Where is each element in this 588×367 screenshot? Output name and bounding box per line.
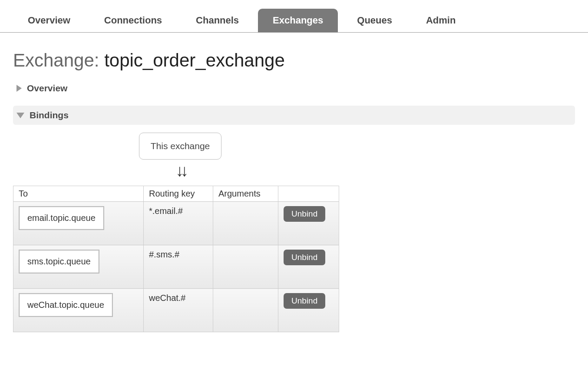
tab-overview[interactable]: Overview bbox=[13, 9, 85, 32]
unbind-button[interactable]: Unbind bbox=[284, 293, 325, 309]
tab-admin[interactable]: Admin bbox=[411, 9, 470, 32]
bindings-body: This exchange ↓↓ To Routing key Argument… bbox=[13, 125, 575, 332]
down-arrows-icon: ↓↓ bbox=[13, 162, 347, 179]
exchange-name: topic_order_exchange bbox=[104, 50, 285, 70]
page-title: Exchange: topic_order_exchange bbox=[13, 50, 575, 71]
col-routing-key: Routing key bbox=[144, 186, 213, 202]
bindings-diagram: This exchange ↓↓ bbox=[13, 133, 347, 179]
bindings-table-head: To Routing key Arguments bbox=[13, 186, 339, 202]
routing-key-cell: #.sms.# bbox=[144, 245, 213, 289]
tab-connections[interactable]: Connections bbox=[89, 9, 177, 32]
bindings-table: To Routing key Arguments email.topic.que… bbox=[13, 186, 339, 332]
page-title-prefix: Exchange: bbox=[13, 50, 99, 70]
section-bindings-label: Bindings bbox=[30, 110, 69, 120]
routing-key-cell: weChat.# bbox=[144, 289, 213, 332]
tab-channels[interactable]: Channels bbox=[181, 9, 254, 32]
chevron-right-icon bbox=[17, 85, 22, 92]
section-bindings-header[interactable]: Bindings bbox=[13, 106, 575, 125]
unbind-button[interactable]: Unbind bbox=[284, 250, 325, 265]
section-bindings: Bindings This exchange ↓↓ To Routing key… bbox=[13, 106, 575, 332]
queue-link[interactable]: email.topic.queue bbox=[19, 206, 104, 230]
routing-key-cell: *.email.# bbox=[144, 202, 213, 245]
this-exchange-box: This exchange bbox=[139, 133, 222, 160]
tab-queues[interactable]: Queues bbox=[342, 9, 407, 32]
table-row: email.topic.queue *.email.# Unbind bbox=[13, 202, 339, 245]
section-overview-header[interactable]: Overview bbox=[13, 79, 575, 98]
page-root: Overview Connections Channels Exchanges … bbox=[0, 0, 588, 350]
arguments-cell bbox=[213, 245, 278, 289]
col-actions bbox=[278, 186, 339, 202]
queue-link[interactable]: sms.topic.queue bbox=[19, 250, 99, 274]
main-tabs: Overview Connections Channels Exchanges … bbox=[0, 0, 588, 33]
table-row: sms.topic.queue #.sms.# Unbind bbox=[13, 245, 339, 289]
arguments-cell bbox=[213, 202, 278, 245]
queue-link[interactable]: weChat.topic.queue bbox=[19, 293, 113, 317]
content-area: Exchange: topic_order_exchange Overview … bbox=[0, 33, 588, 350]
col-arguments: Arguments bbox=[213, 186, 278, 202]
section-overview: Overview bbox=[13, 79, 575, 98]
col-to: To bbox=[13, 186, 144, 202]
chevron-down-icon bbox=[17, 113, 24, 118]
unbind-button[interactable]: Unbind bbox=[284, 206, 325, 222]
arguments-cell bbox=[213, 289, 278, 332]
section-overview-label: Overview bbox=[27, 83, 67, 93]
tab-exchanges[interactable]: Exchanges bbox=[258, 9, 338, 32]
table-row: weChat.topic.queue weChat.# Unbind bbox=[13, 289, 339, 332]
